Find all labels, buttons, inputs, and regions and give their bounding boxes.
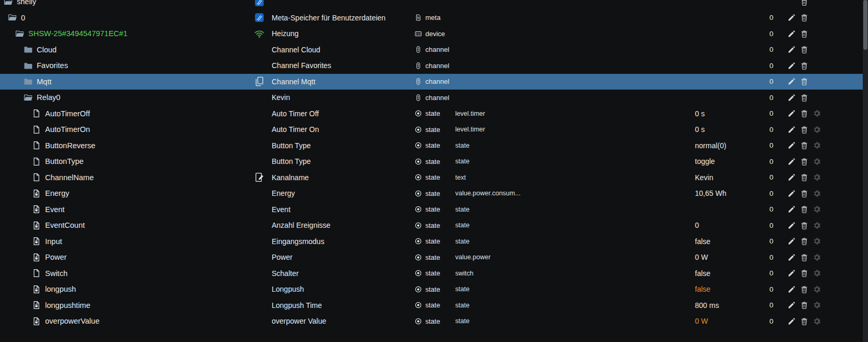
- delete-button[interactable]: [800, 189, 809, 198]
- table-row[interactable]: Input Eingangsmodus state state false 0: [0, 234, 868, 250]
- tree-node-icon[interactable]: [15, 29, 25, 39]
- settings-button[interactable]: [812, 253, 821, 262]
- table-row[interactable]: ButtonType Button Type state state toggl…: [0, 153, 868, 170]
- delete-button[interactable]: [800, 173, 809, 182]
- settings-button[interactable]: [812, 221, 821, 230]
- settings-button[interactable]: [812, 285, 821, 294]
- edit-button[interactable]: [787, 141, 796, 150]
- tree-node-icon[interactable]: [31, 189, 41, 198]
- edit-button[interactable]: [787, 157, 796, 166]
- tree-node-icon[interactable]: [23, 93, 33, 103]
- delete-button[interactable]: [800, 221, 809, 230]
- object-value[interactable]: false: [695, 285, 769, 293]
- settings-button[interactable]: [812, 205, 821, 214]
- delete-button[interactable]: [800, 0, 809, 6]
- table-row[interactable]: Switch Schalter state switch false 0: [0, 266, 868, 282]
- delete-button[interactable]: [800, 77, 809, 86]
- edit-button[interactable]: [787, 189, 796, 198]
- edit-button[interactable]: [787, 173, 796, 182]
- tree-node-icon[interactable]: [31, 204, 41, 214]
- tree-node-icon[interactable]: [31, 316, 41, 326]
- object-value[interactable]: 800 ms: [695, 301, 769, 310]
- table-row[interactable]: longpush Longpush state state false 0: [0, 281, 868, 297]
- delete-button[interactable]: [800, 61, 809, 70]
- tree-node-icon[interactable]: [31, 125, 41, 135]
- table-row[interactable]: ChannelName Kanalname state text Kevin 0: [0, 170, 868, 186]
- delete-button[interactable]: [800, 109, 809, 118]
- table-row[interactable]: Relay0 Kevin channel 0: [0, 90, 868, 106]
- delete-button[interactable]: [800, 45, 809, 54]
- tree-node-icon[interactable]: [3, 0, 13, 7]
- edit-button[interactable]: [787, 109, 796, 118]
- object-value[interactable]: normal(0): [695, 141, 769, 150]
- settings-button[interactable]: [812, 173, 821, 182]
- edit-button[interactable]: [787, 301, 796, 310]
- scrollbar-thumb[interactable]: [863, 0, 867, 50]
- delete-button[interactable]: [800, 237, 809, 246]
- edit-button[interactable]: [787, 13, 796, 22]
- settings-button[interactable]: [812, 125, 821, 134]
- edit-button[interactable]: [787, 77, 796, 86]
- delete-button[interactable]: [800, 269, 809, 278]
- object-value[interactable]: 0 s: [695, 109, 769, 118]
- tree-node-icon[interactable]: [31, 157, 41, 167]
- object-value[interactable]: 0 W: [695, 253, 769, 261]
- settings-button[interactable]: [812, 317, 821, 326]
- edit-button[interactable]: [787, 237, 796, 246]
- settings-button[interactable]: [812, 237, 821, 246]
- delete-button[interactable]: [800, 285, 809, 294]
- settings-button[interactable]: [812, 301, 821, 310]
- tree-node-icon[interactable]: [31, 140, 41, 150]
- delete-button[interactable]: [800, 253, 809, 262]
- table-row[interactable]: 0 Meta-Speicher für Benutzerdateien meta…: [0, 10, 868, 26]
- table-row[interactable]: Energy Energy state value.power.consum..…: [0, 185, 868, 202]
- object-value[interactable]: 0 W: [695, 317, 769, 325]
- tree-node-icon[interactable]: [31, 108, 41, 118]
- table-row[interactable]: Mqtt Channel Mqtt channel 0: [0, 74, 868, 90]
- settings-button[interactable]: [812, 157, 821, 166]
- table-row[interactable]: ButtonReverse Button Type state state no…: [0, 138, 868, 154]
- object-value[interactable]: false: [695, 237, 769, 246]
- table-row[interactable]: EventCount Anzahl Ereignisse state state…: [0, 217, 868, 234]
- edit-button[interactable]: [787, 285, 796, 294]
- object-value[interactable]: false: [695, 269, 769, 278]
- table-row[interactable]: shelly: [0, 0, 868, 10]
- settings-button[interactable]: [812, 141, 821, 150]
- tree-node-icon[interactable]: [31, 268, 41, 278]
- tree-node-icon[interactable]: [31, 252, 41, 262]
- tree-node-icon[interactable]: [31, 236, 41, 246]
- tree-node-icon[interactable]: [31, 220, 41, 230]
- delete-button[interactable]: [800, 301, 809, 310]
- table-row[interactable]: Event Event state state 0: [0, 202, 868, 218]
- settings-button[interactable]: [812, 189, 821, 198]
- tree-node-icon[interactable]: [23, 61, 33, 71]
- tree-node-icon[interactable]: [31, 172, 41, 182]
- edit-button[interactable]: [787, 253, 796, 262]
- delete-button[interactable]: [800, 13, 809, 22]
- table-row[interactable]: AutoTimerOn Auto Timer On state level.ti…: [0, 122, 868, 138]
- tree-node-icon[interactable]: [7, 13, 17, 23]
- delete-button[interactable]: [800, 93, 809, 102]
- edit-button[interactable]: [787, 29, 796, 38]
- tree-node-icon[interactable]: [31, 300, 41, 310]
- settings-button[interactable]: [812, 269, 821, 278]
- edit-button[interactable]: [787, 93, 796, 102]
- tree-node-icon[interactable]: [23, 45, 33, 54]
- table-row[interactable]: Power Power state value.power 0 W 0: [0, 249, 868, 266]
- delete-button[interactable]: [800, 205, 809, 214]
- table-row[interactable]: overpowerValue overpower Value state sta…: [0, 313, 868, 329]
- table-row[interactable]: Cloud Channel Cloud channel 0: [0, 42, 868, 58]
- object-value[interactable]: 0: [695, 221, 769, 229]
- object-value[interactable]: toggle: [695, 157, 769, 166]
- delete-button[interactable]: [800, 141, 809, 150]
- edit-button[interactable]: [787, 45, 796, 54]
- delete-button[interactable]: [800, 125, 809, 134]
- tree-node-icon[interactable]: [23, 76, 33, 86]
- edit-button[interactable]: [787, 61, 796, 70]
- table-row[interactable]: AutoTimerOff Auto Timer Off state level.…: [0, 106, 868, 122]
- table-row[interactable]: SHSW-25#3494547971EC#1 Heizung device 0: [0, 26, 868, 42]
- edit-button[interactable]: [787, 269, 796, 278]
- edit-button[interactable]: [787, 125, 796, 134]
- table-row[interactable]: longpushtime Longpush Time state state 8…: [0, 297, 868, 314]
- settings-button[interactable]: [812, 109, 821, 118]
